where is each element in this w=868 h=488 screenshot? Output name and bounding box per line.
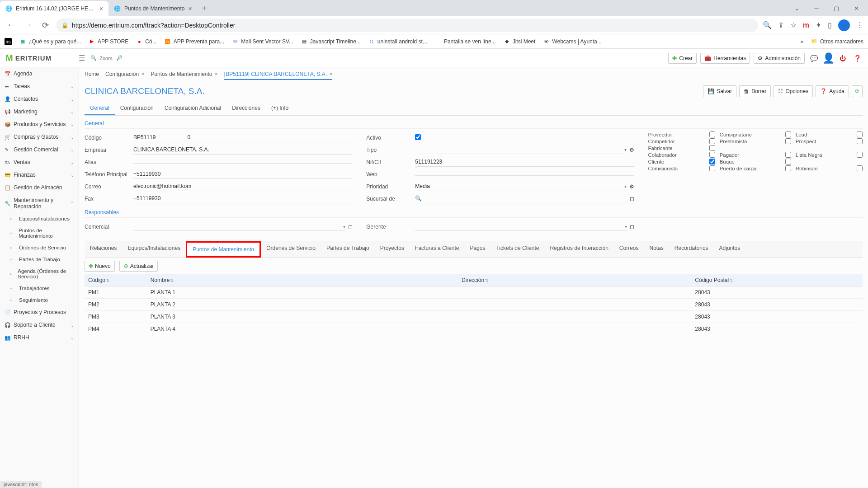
minimize-icon[interactable]: ─	[807, 1, 826, 15]
bookmark-item[interactable]: Guninstall android st...	[368, 38, 427, 45]
sidebar-subitem[interactable]: ◦Equipos/Instalaciones	[0, 213, 79, 225]
field-correo[interactable]: electronic@hotmail.kom	[133, 182, 353, 191]
forward-button[interactable]: →	[22, 19, 34, 32]
sub-tab[interactable]: Correos	[614, 241, 644, 258]
new-button[interactable]: ✚Nuevo	[85, 261, 115, 272]
form-tab[interactable]: Configuración	[115, 102, 159, 115]
sub-tab[interactable]: Proyectos	[375, 241, 410, 258]
checkbox-activo[interactable]	[415, 134, 421, 140]
sidebar-subitem[interactable]: ◦Seguimiento	[0, 294, 79, 306]
sidebar-item[interactable]: 💳Finanzas⌄	[0, 169, 79, 181]
new-tab-button[interactable]: +	[198, 4, 212, 13]
flag-checkbox[interactable]: Competidor	[648, 138, 715, 144]
popup-icon[interactable]: ◻	[348, 224, 353, 230]
column-header[interactable]: Código Postal⇅	[691, 274, 863, 286]
field-sucursal[interactable]: 🔍	[415, 194, 627, 203]
browser-tab-active[interactable]: 🌐 Eritrium 16.14.02 (JORGE HERRER ×	[0, 1, 108, 16]
back-button[interactable]: ←	[5, 19, 17, 32]
zoom-icon[interactable]: 🔍	[763, 21, 772, 29]
flag-checkbox[interactable]: Lead	[796, 131, 863, 137]
sub-tab[interactable]: Adjuntos	[714, 241, 746, 258]
flag-checkbox[interactable]: Consignatario	[720, 131, 791, 137]
close-icon[interactable]: ×	[188, 5, 192, 12]
other-bookmarks[interactable]: 📁Otros marcadores	[811, 38, 863, 45]
sidebar-item[interactable]: 🛍Ventas⌄	[0, 156, 79, 169]
field-web[interactable]	[415, 173, 634, 176]
sub-tab[interactable]: Equipos/Instalaciones	[122, 241, 186, 258]
sidebar-item[interactable]: 👥RRHH⌄	[0, 331, 79, 344]
close-window-icon[interactable]: ✕	[846, 1, 866, 15]
share-icon[interactable]: ⇪	[778, 21, 784, 29]
menu-icon[interactable]: ⋮	[856, 21, 863, 29]
sub-tab[interactable]: Tickets de Cliente	[491, 241, 544, 258]
field-prioridad[interactable]: Media▾	[415, 182, 627, 191]
close-icon[interactable]: ×	[213, 71, 218, 77]
refresh-button[interactable]: ⟳	[852, 85, 863, 97]
field-nif[interactable]: 511191223	[415, 157, 634, 167]
close-icon[interactable]: ×	[99, 5, 103, 12]
sub-tab[interactable]: Pagos	[464, 241, 491, 258]
power-icon[interactable]: ⏻	[837, 53, 848, 64]
form-tab[interactable]: Configuración Adicional	[159, 102, 226, 115]
sub-tab[interactable]: Órdenes de Servicio	[261, 241, 321, 258]
sidebar-item[interactable]: 🔧Mantenimiento y Reparación⌃	[0, 194, 79, 213]
flag-checkbox[interactable]: Prestamista	[720, 138, 791, 144]
field-tipo[interactable]: ▾	[415, 146, 627, 154]
sidebar-item[interactable]: 📅Agenda	[0, 67, 79, 80]
sidebar-subitem[interactable]: ◦Partes de Trabajo	[0, 253, 79, 265]
sidebar-item[interactable]: ⚌Tareas⌄	[0, 80, 79, 93]
options-button[interactable]: ☷Opciones	[774, 85, 813, 97]
field-fax[interactable]: +51119930	[133, 194, 353, 203]
field-gerente[interactable]: ▾	[415, 223, 627, 231]
reload-button[interactable]: ⟳	[39, 19, 52, 32]
sidebar-item[interactable]: 🛒Compras y Gastos⌄	[0, 131, 79, 143]
form-tab[interactable]: General	[85, 102, 115, 115]
popup-icon[interactable]: ◻	[630, 196, 634, 202]
flag-checkbox[interactable]: Proveedor	[648, 131, 715, 137]
breadcrumb-item[interactable]: Home	[85, 71, 99, 80]
flag-checkbox[interactable]: Lista Negra	[796, 152, 863, 158]
flag-checkbox[interactable]: Robinson	[796, 165, 863, 171]
table-row[interactable]: PM4PLANTA 428043	[85, 323, 863, 335]
popup-icon[interactable]: ◻	[630, 224, 634, 230]
flag-checkbox[interactable]: Comisionista	[648, 165, 715, 171]
m-extension-icon[interactable]: m	[803, 21, 809, 29]
field-comercial[interactable]: ▾	[133, 223, 345, 231]
bookmark-item[interactable]: ▤Javascript Timeline...	[301, 38, 361, 45]
field-codigo[interactable]: BP511190	[133, 133, 353, 142]
breadcrumb-item[interactable]: [BP51119] CLINICA BARCELONETA, S.A. ×	[224, 71, 333, 80]
help-button[interactable]: ❓Ayuda	[816, 85, 849, 97]
url-field[interactable]: 🔒 https://demo.eritrium.com/ftrack?actio…	[56, 19, 758, 32]
sidebar-item[interactable]: 📦Productos y Servicios⌄	[0, 118, 79, 131]
field-alias[interactable]	[133, 160, 353, 164]
breadcrumb-item[interactable]: Configuración ×	[105, 71, 144, 80]
form-tab[interactable]: (+) Info	[266, 102, 294, 115]
close-icon[interactable]: ×	[328, 71, 332, 77]
bookmark-overflow[interactable]: »	[800, 38, 803, 45]
bookmark-item[interactable]: ▶APP STORE	[88, 38, 128, 45]
flag-checkbox[interactable]: Cliente	[648, 159, 715, 164]
table-row[interactable]: PM2PLANTA 228043	[85, 299, 863, 311]
table-row[interactable]: PM1PLANTA 128043	[85, 286, 863, 299]
bookmark-item[interactable]: ▦¿Qué es y para qué...	[19, 38, 81, 45]
create-button[interactable]: ✚Crear	[668, 53, 697, 64]
flag-checkbox[interactable]: Fabricante	[648, 145, 715, 151]
save-button[interactable]: 💾Salvar	[703, 85, 736, 97]
column-header[interactable]: Dirección⇅	[458, 274, 691, 286]
bookmark-item[interactable]: 👁Webcams | Ayunta...	[542, 38, 601, 45]
chevron-down-icon[interactable]: ⌄	[787, 1, 807, 15]
flag-checkbox[interactable]: Prospect	[796, 138, 863, 144]
bookmark-item[interactable]: ✉Mail Sent Vector SV...	[231, 38, 293, 45]
sidebar-item[interactable]: 👤Contactos⌄	[0, 93, 79, 105]
bookmark-item[interactable]: Pantalla se ven líne...	[434, 38, 496, 45]
sidebar-subitem[interactable]: ◦Puntos de Mantenimiento	[0, 225, 79, 242]
extensions-icon[interactable]: ✦	[816, 21, 821, 29]
maximize-icon[interactable]: ▢	[826, 1, 846, 15]
delete-button[interactable]: 🗑Borrar	[739, 85, 771, 97]
flag-checkbox[interactable]: Buque	[720, 159, 791, 164]
sidebar-item[interactable]: 🎧Soporte a Cliente⌄	[0, 319, 79, 331]
star-icon[interactable]: ☆	[790, 21, 797, 29]
sidebar-item[interactable]: 📋Gestión de Almacén	[0, 181, 79, 194]
breadcrumb-item[interactable]: Puntos de Mantenimiento ×	[151, 71, 217, 80]
refresh-list-button[interactable]: ♻Actualizar	[119, 261, 158, 272]
